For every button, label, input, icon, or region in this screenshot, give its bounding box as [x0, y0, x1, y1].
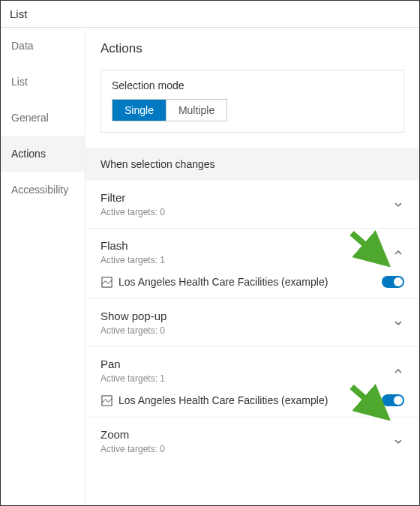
sidebar-item-data[interactable]: Data: [1, 28, 85, 64]
main-panel: Actions Selection mode Single Multiple W…: [86, 28, 419, 505]
map-icon: [100, 276, 112, 288]
section-header: When selection changes: [86, 148, 419, 181]
target-row: Los Angeles Health Care Facilities (exam…: [100, 394, 404, 406]
action-block-pan: Pan Active targets: 1 Los Angeles Health…: [86, 347, 419, 418]
sidebar-item-label: Actions: [11, 148, 46, 160]
action-title: Pan: [100, 358, 165, 370]
page-title: Actions: [100, 41, 404, 56]
map-icon: [100, 394, 112, 406]
action-subtitle: Active targets: 0: [100, 444, 165, 454]
action-block-zoom: Zoom Active targets: 0: [86, 418, 419, 465]
main-inner: Actions Selection mode Single Multiple: [86, 28, 419, 133]
sidebar-item-label: Accessibility: [11, 184, 68, 196]
action-subtitle: Active targets: 0: [100, 207, 165, 217]
app-window: List Data List General Actions Accessibi…: [0, 0, 420, 506]
action-block-flash: Flash Active targets: 1 Los Angeles Heal…: [86, 229, 419, 299]
body: Data List General Actions Accessibility …: [1, 28, 419, 505]
chevron-down-icon: [392, 436, 404, 448]
target-row: Los Angeles Health Care Facilities (exam…: [100, 276, 404, 288]
sidebar-item-label: Data: [11, 40, 34, 52]
target-toggle-pan[interactable]: [382, 394, 404, 406]
sidebar: Data List General Actions Accessibility: [1, 28, 86, 505]
action-subtitle: Active targets: 0: [100, 325, 166, 336]
action-header-zoom[interactable]: Zoom Active targets: 0: [100, 428, 404, 454]
action-header-show-popup[interactable]: Show pop-up Active targets: 0: [100, 310, 404, 336]
action-header-pan[interactable]: Pan Active targets: 1: [100, 358, 404, 384]
target-toggle-flash[interactable]: [382, 276, 404, 288]
selection-mode-segmented: Single Multiple: [112, 99, 227, 121]
action-title: Filter: [100, 191, 165, 204]
action-subtitle: Active targets: 1: [100, 255, 165, 265]
sidebar-item-list[interactable]: List: [1, 64, 85, 100]
chevron-up-icon: [392, 247, 404, 259]
action-block-show-popup: Show pop-up Active targets: 0: [86, 299, 419, 347]
sidebar-item-label: List: [11, 76, 28, 88]
action-title: Show pop-up: [100, 310, 166, 322]
sidebar-item-label: General: [11, 112, 49, 124]
chevron-down-icon: [392, 199, 404, 211]
action-title: Flash: [100, 239, 165, 252]
target-left: Los Angeles Health Care Facilities (exam…: [100, 276, 328, 288]
selection-mode-multiple-button[interactable]: Multiple: [166, 100, 226, 121]
titlebar: List: [1, 1, 419, 28]
selection-mode-box: Selection mode Single Multiple: [100, 70, 404, 133]
selection-mode-single-button[interactable]: Single: [112, 100, 166, 121]
sidebar-item-accessibility[interactable]: Accessibility: [1, 172, 85, 208]
action-header-filter[interactable]: Filter Active targets: 0: [100, 191, 404, 217]
target-label: Los Angeles Health Care Facilities (exam…: [118, 394, 328, 406]
selection-mode-label: Selection mode: [112, 79, 393, 91]
window-title: List: [10, 7, 27, 20]
sidebar-item-general[interactable]: General: [1, 100, 85, 136]
target-label: Los Angeles Health Care Facilities (exam…: [118, 276, 328, 288]
chevron-down-icon: [392, 317, 404, 329]
action-subtitle: Active targets: 1: [100, 373, 165, 384]
action-header-flash[interactable]: Flash Active targets: 1: [100, 239, 404, 265]
target-left: Los Angeles Health Care Facilities (exam…: [100, 394, 328, 406]
sidebar-item-actions[interactable]: Actions: [1, 136, 85, 172]
chevron-up-icon: [392, 365, 404, 377]
action-title: Zoom: [100, 428, 165, 441]
action-block-filter: Filter Active targets: 0: [86, 181, 419, 229]
